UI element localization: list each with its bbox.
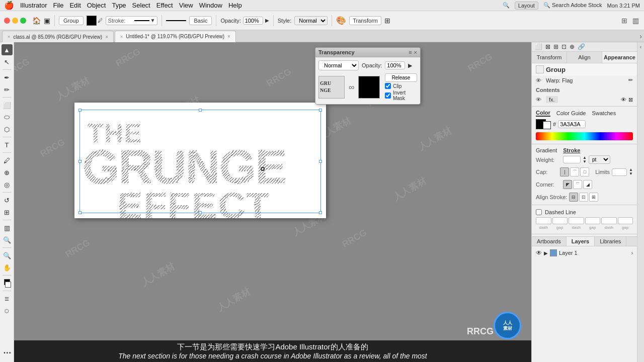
dash-input-2[interactable]: [569, 217, 584, 224]
eyedropper-tool[interactable]: 🔍: [2, 234, 13, 245]
hex-input[interactable]: [558, 120, 586, 128]
tab-1-close[interactable]: ×: [227, 34, 230, 39]
butt-cap-btn[interactable]: |: [560, 167, 569, 176]
effect-menu[interactable]: Effect: [156, 2, 173, 9]
handle-tr[interactable]: [319, 109, 322, 112]
grid-view-icon[interactable]: ⊞: [620, 16, 628, 26]
layer-expand-arrow[interactable]: ›: [631, 250, 633, 256]
maximize-window-btn[interactable]: [20, 18, 26, 24]
round-cap-btn[interactable]: ⌒: [570, 167, 579, 176]
bottom-tab-layers[interactable]: Layers: [567, 237, 595, 246]
paintbrush-tool[interactable]: 🖊: [2, 155, 13, 166]
tab-align[interactable]: Align: [567, 52, 602, 63]
more-tools-btn[interactable]: ⋯: [2, 347, 13, 360]
bottom-tab-artboards[interactable]: Artboards: [532, 237, 567, 246]
appearance-icon3[interactable]: ⊞: [553, 43, 558, 50]
gap-input-1[interactable]: [552, 217, 568, 224]
home-btn[interactable]: 🏠: [32, 17, 41, 25]
tp-clip-checkbox[interactable]: [385, 83, 391, 89]
direct-selection-tool[interactable]: ↖: [2, 56, 13, 67]
tp-link-icon[interactable]: ∞: [348, 76, 355, 99]
apple-menu[interactable]: 🍎: [4, 1, 14, 10]
fx-visibility-icon[interactable]: 👁: [536, 97, 544, 103]
stroke-dropdown-arrow[interactable]: ▼: [150, 18, 155, 23]
gap-input-3[interactable]: [618, 217, 633, 224]
handle-tl[interactable]: [78, 109, 82, 112]
opacity-input[interactable]: [243, 17, 263, 25]
swatches-tab[interactable]: Swatches: [592, 110, 616, 116]
edit-menu[interactable]: Edit: [69, 2, 80, 9]
close-window-btn[interactable]: [4, 18, 10, 24]
eraser-tool[interactable]: ◎: [2, 179, 13, 190]
fill-stroke-area[interactable]: 🖊: [87, 16, 103, 26]
dashed-line-checkbox[interactable]: [536, 209, 542, 215]
layer-visibility-btn[interactable]: 👁: [536, 249, 542, 256]
illustrator-menu[interactable]: Illustrator: [20, 2, 47, 9]
appearance-icon2[interactable]: ⊠: [545, 43, 550, 50]
tp-invert-mask-checkbox[interactable]: [385, 93, 391, 99]
color-tab[interactable]: Color: [536, 110, 550, 117]
search-adobe[interactable]: 🔍: [503, 2, 510, 9]
color-wheel-icon[interactable]: 🎨: [336, 16, 346, 25]
tab-untitled[interactable]: × Untitled-1* @ 119.07% (RGB/GPU Preview…: [115, 31, 236, 42]
view-menu[interactable]: View: [179, 2, 193, 9]
limits-spinner[interactable]: ▲ ▼: [629, 168, 633, 176]
draw-mode-btn[interactable]: ☰: [2, 293, 13, 304]
opacity-arrow[interactable]: ▶: [265, 18, 269, 23]
warp-label[interactable]: Warp: Flag: [546, 77, 626, 83]
fill-color-swatch[interactable]: [87, 16, 97, 26]
handle-tm[interactable]: [199, 109, 202, 112]
tab-appearance[interactable]: Appearance: [602, 52, 637, 63]
align-icon[interactable]: ⊞: [384, 17, 390, 25]
tab-class-ai[interactable]: × class.ai @ 85.09% (RGB/GPU Preview) ×: [2, 31, 114, 42]
layout-btn[interactable]: Layout: [515, 2, 538, 10]
tp-thumbnail[interactable]: GRU NGE: [318, 76, 345, 99]
fill-stroke-switcher[interactable]: [2, 278, 13, 289]
tp-opacity-arrow[interactable]: ▶: [408, 62, 412, 69]
outside-align-btn[interactable]: ⊞: [589, 193, 598, 202]
appearance-icon1[interactable]: ⬜: [535, 43, 542, 50]
blend-mode-select[interactable]: Normal Multiply Screen: [318, 60, 359, 70]
weight-spinner[interactable]: ▲ ▼: [583, 156, 587, 164]
basic-btn[interactable]: Basic: [189, 16, 212, 25]
zoom-tool[interactable]: 🔍: [2, 250, 13, 261]
minimize-window-btn[interactable]: [12, 18, 18, 24]
selection-tool[interactable]: ▲: [2, 44, 13, 55]
fx-label[interactable]: fx.: [546, 96, 558, 103]
limits-input[interactable]: [612, 168, 627, 176]
object-menu[interactable]: Object: [87, 2, 106, 9]
rectangle-tool[interactable]: ⬜: [2, 100, 13, 111]
layer-expand-btn[interactable]: ▶: [544, 250, 548, 256]
rotate-tool[interactable]: ↺: [2, 195, 13, 206]
help-menu[interactable]: Help: [228, 2, 242, 9]
warp-edit-icon[interactable]: ✏: [628, 77, 633, 83]
ellipse-tool[interactable]: ⬭: [2, 112, 13, 123]
tab-transform[interactable]: Transform: [532, 52, 567, 63]
canvas-area[interactable]: RRCG 人人素材 RRCG 人人素材 RRCG 人人素材 RRCG 人人素材 …: [14, 42, 531, 362]
select-menu[interactable]: Select: [132, 2, 150, 9]
panel-collapse-btn[interactable]: ›: [639, 32, 642, 40]
panel-icon[interactable]: ▥: [631, 16, 640, 26]
bevel-join-btn[interactable]: ◢: [583, 180, 592, 189]
polygon-tool[interactable]: ⬡: [2, 124, 13, 135]
type-tool[interactable]: T: [2, 139, 13, 150]
dash-input-1[interactable]: [536, 217, 551, 224]
gradient-tab[interactable]: Gradient: [536, 147, 557, 153]
fx-icon1[interactable]: 👁: [621, 97, 626, 103]
gradient-tool[interactable]: ▥: [2, 222, 13, 233]
type-menu[interactable]: Type: [112, 2, 126, 9]
scale-tool[interactable]: ⊞: [2, 207, 13, 218]
pen-tool[interactable]: ✒: [2, 72, 13, 83]
appearance-icon4[interactable]: ⊡: [561, 43, 567, 50]
collapse-panels-btn[interactable]: ‹: [640, 44, 641, 50]
screen-mode-btn[interactable]: ⬡: [2, 305, 13, 316]
fx-icon2[interactable]: ⊠: [628, 97, 633, 103]
center-align-btn[interactable]: ⊟: [569, 193, 578, 202]
search-stock-btn[interactable]: 🔍 Search Adobe Stock: [543, 2, 602, 9]
weight-unit-select[interactable]: pt px mm: [589, 155, 610, 164]
hand-tool[interactable]: ✋: [2, 262, 13, 273]
gap-input-2[interactable]: [585, 217, 601, 224]
tp-opacity-input[interactable]: [385, 61, 405, 69]
appearance-icon5[interactable]: ⊕: [570, 43, 575, 50]
tab-0-close[interactable]: ×: [105, 34, 108, 40]
